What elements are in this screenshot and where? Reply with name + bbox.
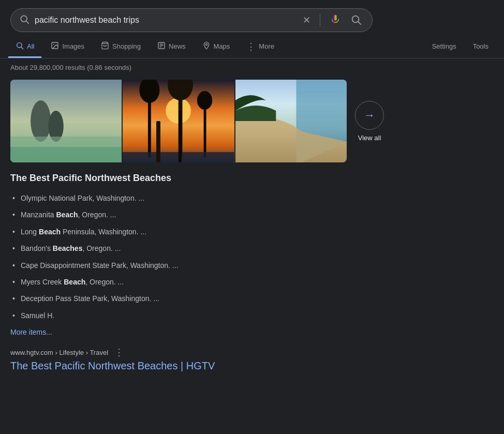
view-all-button[interactable]: → View all bbox=[355, 101, 384, 142]
svg-point-16 bbox=[205, 43, 207, 45]
tab-more[interactable]: ⋮ More bbox=[239, 37, 281, 58]
tab-images[interactable]: Images bbox=[43, 36, 92, 58]
view-all-circle: → bbox=[355, 101, 384, 130]
beaches-title: The Best Pacific Northwest Beaches bbox=[10, 173, 494, 184]
result-options-icon[interactable]: ⋮ bbox=[114, 347, 124, 358]
svg-rect-21 bbox=[10, 147, 122, 162]
list-item: Myers Creek Beach, Oregon. ... bbox=[10, 274, 494, 290]
svg-line-8 bbox=[21, 47, 23, 49]
mic-button[interactable] bbox=[328, 12, 343, 29]
maps-icon bbox=[202, 41, 211, 51]
search-bar-area: pacific northwest beach trips ✕ bbox=[0, 0, 504, 32]
tab-settings[interactable]: Settings bbox=[425, 37, 464, 57]
image-strip[interactable] bbox=[10, 80, 347, 162]
images-icon bbox=[51, 41, 59, 51]
svg-point-18 bbox=[31, 100, 51, 142]
image-strip-container: → View all bbox=[10, 80, 494, 162]
results-count: About 29,800,000 results (0.86 seconds) bbox=[10, 64, 494, 71]
hgtv-result: www.hgtv.com › Lifestyle › Travel ⋮ The … bbox=[10, 347, 494, 372]
beach-image-2[interactable] bbox=[123, 80, 234, 162]
list-item: Cape Disappointment State Park, Washingt… bbox=[10, 257, 494, 274]
svg-rect-30 bbox=[123, 152, 234, 162]
nav-tabs: All Images Shopping bbox=[0, 32, 504, 58]
list-item: Bandon's Beaches, Oregon. ... bbox=[10, 240, 494, 257]
list-item: Olympic National Park, Washington. ... bbox=[10, 190, 494, 206]
tab-news[interactable]: News bbox=[150, 36, 193, 58]
svg-line-6 bbox=[358, 22, 361, 24]
result-url: www.hgtv.com › Lifestyle › Travel bbox=[10, 349, 108, 356]
nav-right: Settings Tools bbox=[425, 37, 496, 57]
all-icon bbox=[16, 41, 24, 51]
tab-all[interactable]: All bbox=[8, 36, 41, 58]
beaches-section: The Best Pacific Northwest Beaches Olymp… bbox=[10, 173, 494, 336]
list-item: Samuel H. bbox=[10, 307, 494, 324]
search-icon bbox=[19, 14, 29, 26]
search-submit-icon bbox=[350, 14, 362, 27]
clear-icon: ✕ bbox=[303, 14, 310, 26]
list-item: Manzanita Beach, Oregon. ... bbox=[10, 206, 494, 223]
tab-shopping[interactable]: Shopping bbox=[94, 36, 148, 58]
tab-tools[interactable]: Tools bbox=[466, 37, 496, 57]
list-item: Long Beach Peninsula, Washington. ... bbox=[10, 223, 494, 240]
beach-image-3[interactable] bbox=[235, 80, 347, 162]
svg-point-29 bbox=[197, 91, 212, 110]
search-button[interactable] bbox=[348, 12, 364, 29]
search-box: pacific northwest beach trips ✕ bbox=[10, 8, 373, 32]
list-item: Deception Pass State Park, Washington. .… bbox=[10, 290, 494, 307]
view-all-label: View all bbox=[358, 134, 381, 142]
clear-button[interactable]: ✕ bbox=[301, 12, 313, 28]
more-items-link[interactable]: More items... bbox=[10, 328, 52, 336]
svg-rect-2 bbox=[334, 14, 337, 20]
news-icon bbox=[157, 41, 166, 51]
result-title[interactable]: The Best Pacific Northwest Beaches | HGT… bbox=[10, 360, 215, 371]
svg-line-1 bbox=[26, 21, 29, 24]
shopping-icon bbox=[101, 41, 109, 51]
svg-point-10 bbox=[53, 44, 54, 45]
tab-maps[interactable]: Maps bbox=[195, 36, 238, 58]
results-area: About 29,800,000 results (0.86 seconds) bbox=[0, 58, 504, 372]
mic-icon bbox=[330, 14, 341, 27]
search-input[interactable]: pacific northwest beach trips bbox=[35, 16, 295, 25]
result-url-row: www.hgtv.com › Lifestyle › Travel ⋮ bbox=[10, 347, 494, 358]
beaches-list: Olympic National Park, Washington. ... M… bbox=[10, 190, 494, 324]
more-dots-icon: ⋮ bbox=[246, 42, 256, 51]
divider bbox=[320, 14, 320, 26]
beach-image-1[interactable] bbox=[10, 80, 122, 162]
